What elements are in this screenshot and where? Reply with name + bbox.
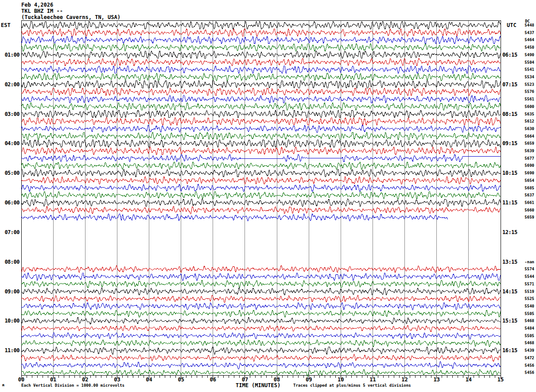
dc-value: 5456 bbox=[512, 371, 534, 375]
seismogram-trace-row bbox=[21, 310, 501, 317]
dc-value: 5664 bbox=[512, 135, 534, 138]
dc-value: -nan bbox=[512, 260, 534, 264]
axis-minute-label: 12 bbox=[398, 377, 412, 382]
dc-value: 5519 bbox=[512, 290, 534, 294]
utc-hour-label: 12:15 bbox=[502, 230, 517, 235]
seismogram-trace-row bbox=[21, 96, 501, 103]
axis-minute-label: 15 bbox=[494, 377, 507, 382]
dc-value: 5504 bbox=[512, 61, 534, 65]
axis-minute-label: 00 bbox=[15, 377, 28, 382]
seismogram-trace-row bbox=[21, 154, 501, 162]
seismogram-trace-row bbox=[21, 177, 501, 184]
axis-minute-label: 08 bbox=[270, 377, 284, 382]
dc-value: 5540 bbox=[512, 304, 534, 308]
seismogram-trace-row bbox=[21, 303, 501, 310]
est-hour-label: 04:00 bbox=[0, 141, 19, 146]
dc-value: 5661 bbox=[512, 201, 534, 205]
dc-value: 5523 bbox=[512, 83, 534, 87]
seismogram-trace-row bbox=[21, 184, 501, 192]
dc-value: 5571 bbox=[512, 282, 534, 286]
seismogram-trace-row bbox=[21, 326, 501, 332]
axis-minute-label: 01 bbox=[47, 377, 60, 382]
seismogram-trace-row bbox=[21, 333, 501, 340]
seismogram-trace-row bbox=[21, 347, 501, 354]
dc-value: 5484 bbox=[512, 327, 534, 331]
axis-minute-label: 06 bbox=[206, 377, 220, 382]
seismogram-trace-row bbox=[21, 118, 501, 125]
est-hour-label: 02:00 bbox=[0, 82, 19, 87]
footer-clipping-note: Traces clipped at plus/minus 5 vertical … bbox=[293, 383, 411, 388]
est-hour-label: 08:00 bbox=[0, 259, 19, 265]
dc-value: 5654 bbox=[512, 179, 534, 183]
axis-minute-label: 04 bbox=[143, 377, 156, 382]
seismogram-trace-row bbox=[21, 192, 501, 199]
dc-value: 5635 bbox=[512, 112, 534, 116]
axis-minute-label: 05 bbox=[175, 377, 188, 382]
seismogram-trace-row bbox=[21, 73, 501, 81]
title-date: Feb 4,2026 bbox=[21, 2, 53, 8]
seismogram-trace-row bbox=[21, 295, 501, 303]
seismogram-trace-row bbox=[21, 265, 501, 273]
dc-value: 5456 bbox=[512, 364, 534, 368]
axis-minute-label: 13 bbox=[430, 377, 443, 382]
title-location: (Tuckaleechee Caverns, TN, USA) bbox=[21, 14, 120, 20]
est-hour-label: 07:00 bbox=[0, 230, 19, 235]
seismogram-trace-row bbox=[21, 58, 501, 66]
dc-value: 5472 bbox=[512, 356, 534, 360]
dc-value: 5544 bbox=[512, 275, 534, 279]
axis-minute-label: 09 bbox=[302, 377, 315, 382]
seismogram-trace-row bbox=[21, 140, 501, 147]
est-header: EST bbox=[1, 22, 11, 28]
dc-value: 5464 bbox=[512, 38, 534, 42]
dc-value: 5541 bbox=[512, 68, 534, 72]
dc-value: 5561 bbox=[512, 97, 534, 101]
est-hour-label: 10:00 bbox=[0, 318, 19, 323]
seismogram-trace-row bbox=[21, 206, 501, 214]
dc-value: 5600 bbox=[512, 105, 534, 109]
axis-minute-label: 02 bbox=[78, 377, 92, 382]
helicorder-page: Feb 4,2026 TKL BHZ IM -- (Tuckaleechee C… bbox=[0, 0, 536, 392]
dc-value: 5448 bbox=[512, 23, 534, 27]
dc-value: 5659 bbox=[512, 215, 534, 219]
dc-value: 5534 bbox=[512, 75, 534, 79]
seismogram-trace-row bbox=[21, 132, 501, 140]
seismogram-trace-row bbox=[21, 29, 501, 36]
dc-value: 5677 bbox=[512, 157, 534, 161]
watermark-glyph: ʍ bbox=[2, 384, 4, 387]
x-axis-title: TIME (MINUTES) bbox=[236, 382, 280, 388]
dc-value: 5690 bbox=[512, 171, 534, 175]
axis-minute-label: 03 bbox=[110, 377, 124, 382]
dc-value: 5437 bbox=[512, 31, 534, 35]
dc-value: 5439 bbox=[512, 349, 534, 353]
dc-value: 5505 bbox=[512, 312, 534, 316]
est-hour-label: 06:00 bbox=[0, 200, 19, 205]
dc-value: 5505 bbox=[512, 334, 534, 338]
dc-value: 5660 bbox=[512, 208, 534, 212]
dc-value: 5525 bbox=[512, 297, 534, 301]
seismogram-trace-row bbox=[21, 36, 501, 44]
est-hour-label: 05:00 bbox=[0, 170, 19, 176]
seismogram-trace-row bbox=[21, 81, 501, 88]
axis-minute-label: 10 bbox=[334, 377, 347, 382]
seismogram-trace-row bbox=[21, 125, 501, 133]
axis-minute-label: 11 bbox=[366, 377, 379, 382]
seismogram-trace-row bbox=[21, 66, 501, 73]
seismogram-trace-row bbox=[21, 361, 501, 369]
seismogram-plot bbox=[0, 0, 536, 392]
dc-value: 5612 bbox=[512, 119, 534, 123]
dc-value: 5490 bbox=[512, 53, 534, 57]
seismogram-trace-row bbox=[21, 169, 501, 177]
seismogram-trace-row bbox=[21, 22, 501, 29]
seismogram-trace-row bbox=[21, 110, 501, 118]
seismogram-trace-row bbox=[21, 147, 501, 155]
axis-minute-label: 07 bbox=[238, 377, 252, 382]
est-hour-label: 11:00 bbox=[0, 348, 19, 353]
seismogram-trace-row bbox=[21, 199, 501, 207]
seismogram-trace-row bbox=[21, 273, 501, 281]
dc-value: 5450 bbox=[512, 46, 534, 50]
seismogram-trace-row bbox=[21, 103, 501, 110]
est-hour-label: 01:00 bbox=[0, 52, 19, 58]
dc-value: 5637 bbox=[512, 193, 534, 197]
seismogram-trace-row bbox=[21, 280, 501, 288]
dc-value: 5630 bbox=[512, 127, 534, 131]
